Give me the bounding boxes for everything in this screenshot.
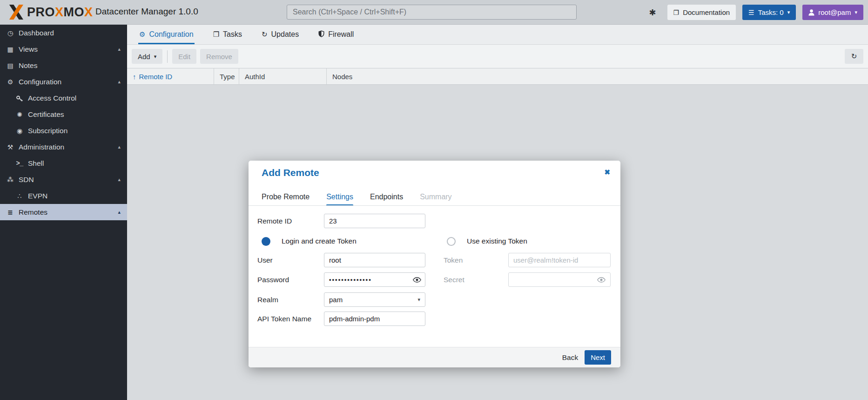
sidebar-item-subscription[interactable]: ◉ Subscription (0, 122, 127, 139)
chevron-down-icon: ▾ (417, 297, 420, 303)
use-existing-token-label: Use existing Token (467, 237, 527, 245)
edit-button[interactable]: Edit (172, 49, 196, 64)
sidebar-item-administration[interactable]: ⚒ Administration ▴ (0, 139, 127, 155)
gauge-icon: ◷ (6, 29, 15, 37)
terminal-icon: >_ (15, 160, 24, 167)
tab-settings[interactable]: Settings (326, 188, 353, 206)
password-label: Password (257, 276, 289, 284)
sidebar-item-access-control[interactable]: Access Control (0, 90, 127, 106)
tree-icon: ∴ (15, 192, 24, 200)
sidebar-item-certificates[interactable]: ✺ Certificates (0, 106, 127, 122)
user-label: User (257, 256, 273, 264)
tab-tasks[interactable]: ❐ Tasks (212, 25, 243, 44)
network-nodes-icon: ⁂ (6, 176, 15, 183)
sidebar-item-shell[interactable]: >_ Shell (0, 155, 127, 171)
collapse-up-icon[interactable]: ▴ (118, 46, 121, 52)
use-existing-token-radio[interactable] (447, 237, 456, 246)
collapse-up-icon[interactable]: ▴ (118, 176, 121, 183)
server-icon: ≣ (6, 209, 15, 216)
login-create-token-radio[interactable] (262, 237, 270, 246)
content-tabs: ⚙ Configuration ❐ Tasks ↻ Updates Firewa… (127, 25, 868, 45)
dialog-title: Add Remote (262, 167, 319, 178)
user-field[interactable] (324, 253, 425, 267)
sidebar-item-notes[interactable]: ▤ Notes (0, 57, 127, 74)
gears-icon: ⚙ (6, 78, 15, 86)
toolbar-separator (167, 50, 168, 63)
token-label: Token (444, 256, 463, 264)
column-header-type[interactable]: Type (214, 68, 239, 84)
add-remote-dialog: Add Remote ✖ Probe Remote Settings Endpo… (249, 161, 620, 367)
shield-icon (318, 30, 324, 39)
secret-field[interactable] (508, 272, 611, 287)
realm-label: Realm (257, 296, 278, 304)
lifering-icon: ◉ (15, 127, 24, 135)
api-token-name-label: API Token Name (257, 315, 311, 323)
tabs-divider (249, 205, 620, 206)
caret-down-icon: ▾ (154, 54, 157, 60)
secret-eye-icon[interactable] (597, 277, 606, 283)
password-field[interactable] (324, 272, 425, 287)
login-create-token-label: Login and create Token (282, 237, 357, 245)
add-button[interactable]: Add ▾ (132, 49, 162, 64)
proxmox-wordmark: PROXMOX (27, 5, 93, 20)
tab-configuration[interactable]: ⚙ Configuration (138, 25, 195, 44)
proxmox-logo: PROXMOX (7, 5, 93, 20)
dialog-tabs: Probe Remote Settings Endpoints Summary (262, 188, 452, 206)
task-list-icon: ☰ (748, 9, 754, 16)
refresh-icon: ↻ (851, 52, 857, 61)
app-title: Datacenter Manager 1.0.0 (95, 7, 198, 17)
sidebar: ◷ Dashboard ▦ Views ▴ ▤ Notes ⚙ Configur… (0, 25, 127, 400)
top-header: PROXMOX Datacenter Manager 1.0.0 ✱ ❐ Doc… (0, 0, 868, 25)
collapse-up-icon[interactable]: ▴ (118, 209, 121, 215)
table-header: ↑ Remote ID Type AuthId Nodes (127, 68, 868, 85)
search-input[interactable] (287, 5, 577, 20)
back-button[interactable]: Back (562, 353, 578, 362)
sidebar-item-sdn[interactable]: ⁂ SDN ▴ (0, 171, 127, 188)
dialog-footer: Back Next (249, 347, 620, 367)
remove-button[interactable]: Remove (200, 49, 238, 64)
sidebar-item-evpn[interactable]: ∴ EVPN (0, 188, 127, 204)
tab-summary[interactable]: Summary (420, 188, 451, 206)
theme-asterisk-icon[interactable]: ✱ (649, 7, 656, 18)
tab-updates[interactable]: ↻ Updates (261, 25, 300, 44)
refresh-icon: ↻ (262, 30, 268, 39)
sidebar-item-dashboard[interactable]: ◷ Dashboard (0, 25, 127, 41)
next-button[interactable]: Next (585, 350, 611, 365)
proxmox-x-icon (7, 5, 25, 20)
tab-endpoints[interactable]: Endpoints (370, 188, 403, 206)
sidebar-item-views[interactable]: ▦ Views ▴ (0, 41, 127, 57)
column-header-remote-id[interactable]: ↑ Remote ID (127, 68, 214, 84)
tab-firewall[interactable]: Firewall (317, 25, 355, 44)
book-icon: ❐ (213, 30, 219, 39)
sort-asc-icon: ↑ (133, 73, 136, 81)
close-icon[interactable]: ✖ (604, 168, 610, 176)
sidebar-item-remotes[interactable]: ≣ Remotes ▴ (0, 204, 127, 220)
grid-icon: ▦ (6, 46, 15, 53)
certificate-icon: ✺ (15, 111, 24, 118)
token-field[interactable] (508, 253, 611, 267)
sidebar-item-configuration[interactable]: ⚙ Configuration ▴ (0, 74, 127, 90)
documentation-button[interactable]: ❐ Documentation (667, 5, 736, 20)
password-eye-icon[interactable] (412, 277, 422, 283)
remote-id-field[interactable] (324, 214, 425, 228)
column-header-authid[interactable]: AuthId (239, 68, 327, 84)
remote-id-label: Remote ID (257, 217, 292, 225)
wrench-icon: ⚒ (6, 143, 15, 151)
tasks-button[interactable]: ☰ Tasks: 0 ▾ (742, 5, 796, 20)
gears-icon: ⚙ (139, 30, 145, 39)
person-icon (808, 9, 814, 16)
collapse-up-icon[interactable]: ▴ (118, 79, 121, 85)
secret-label: Secret (444, 276, 464, 284)
user-menu-button[interactable]: root@pam ▾ (802, 5, 863, 20)
tab-probe-remote[interactable]: Probe Remote (262, 188, 310, 206)
realm-select[interactable]: pam ▾ (324, 292, 425, 307)
grid-toolbar: Add ▾ Edit Remove ↻ (127, 45, 868, 68)
refresh-button[interactable]: ↻ (845, 49, 863, 64)
note-icon: ▤ (6, 62, 15, 69)
column-header-nodes[interactable]: Nodes (327, 68, 868, 84)
caret-down-icon: ▾ (787, 9, 790, 15)
caret-down-icon: ▾ (855, 9, 857, 15)
api-token-name-field[interactable] (324, 312, 425, 326)
book-icon: ❐ (673, 9, 680, 16)
collapse-up-icon[interactable]: ▴ (118, 144, 121, 150)
